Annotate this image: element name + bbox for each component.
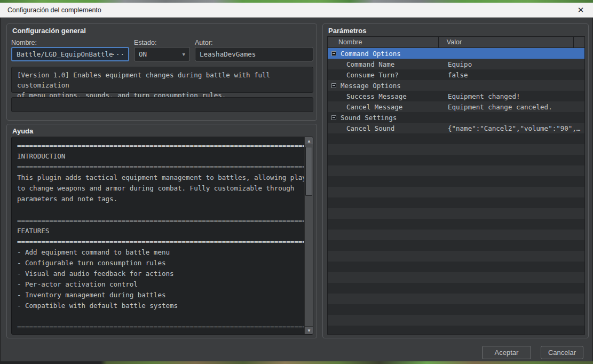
parameter-name: Message Options [341, 82, 401, 90]
author-field[interactable]: LeashaDevGames [195, 47, 313, 61]
empty-row [328, 176, 584, 187]
dialog-body: Configuración general Nombre: Estado: Au… [0, 18, 593, 361]
parameters-table: Nombre Valor Command OptionsCommand Name… [327, 36, 585, 335]
chevron-down-icon: ▼ [183, 48, 185, 61]
parameter-name-cell: Sound Settings [328, 114, 440, 122]
empty-row [328, 240, 584, 251]
empty-row [328, 326, 584, 335]
parameter-name-cell: Consume Turn? [328, 71, 440, 79]
parameter-row[interactable]: Message Options [328, 80, 584, 91]
empty-row [328, 133, 584, 144]
help-group: Ayuda ==================================… [6, 124, 317, 338]
scroll-up-icon[interactable]: ▲ [305, 137, 313, 145]
empty-row [328, 208, 584, 219]
collapse-icon[interactable] [331, 115, 336, 120]
parameters-group: Parámetros Nombre Valor Command OptionsC… [322, 23, 589, 338]
parameter-value: Equipment change canceled. [440, 103, 584, 111]
help-textarea[interactable]: ========================================… [11, 137, 313, 335]
parameter-value: Equipment changed! [440, 92, 584, 100]
parameter-row[interactable]: Cancel Sound{"name":"Cancel2","volume":"… [328, 123, 584, 133]
parameters-table-body: Command OptionsCommand NameEquipoConsume… [328, 48, 584, 335]
close-icon[interactable]: ✕ [574, 4, 588, 17]
author-value: LeashaDevGames [200, 50, 256, 58]
parameter-row[interactable]: Command NameEquipo [328, 59, 584, 69]
parameter-name: Consume Turn? [346, 71, 399, 79]
parameter-name-cell: Command Name [328, 60, 440, 68]
parameter-name-cell: Cancel Message [328, 103, 440, 111]
column-header-name[interactable]: Nombre [328, 37, 439, 48]
parameters-title: Parámetros [328, 27, 367, 35]
plugin-name-field[interactable]: Battle/LGD_EquipOnBattle ··· [11, 47, 129, 61]
browse-button[interactable]: ··· [111, 48, 125, 60]
column-header-value[interactable]: Valor [439, 37, 574, 48]
empty-row [328, 294, 584, 304]
cancel-button[interactable]: Cancelar [541, 346, 583, 359]
status-dropdown[interactable]: ON ▼ [134, 47, 190, 61]
dialog-titlebar: Configuración del complemento ✕ [0, 3, 593, 18]
parameter-row[interactable]: Success MessageEquipment changed! [328, 91, 584, 101]
status-label: Estado: [134, 39, 156, 46]
dialog-title: Configuración del complemento [7, 6, 101, 14]
parameter-name-cell: Command Options [328, 50, 440, 58]
empty-row [328, 304, 584, 315]
parameter-name: Command Options [341, 50, 401, 58]
accept-button[interactable]: Aceptar [482, 346, 531, 359]
collapse-icon[interactable] [331, 51, 336, 56]
empty-row [328, 219, 584, 230]
empty-row [328, 187, 584, 197]
help-scrollbar[interactable]: ▲ ▼ [304, 137, 313, 334]
empty-row [328, 262, 584, 272]
help-title: Ayuda [12, 127, 33, 135]
parameter-name: Sound Settings [341, 114, 397, 122]
empty-row [328, 197, 584, 208]
parameter-value: Equipo [440, 60, 584, 68]
parameter-row[interactable]: Consume Turn?false [328, 69, 584, 80]
parameters-table-header: Nombre Valor [328, 37, 584, 48]
parameter-value: false [440, 71, 584, 79]
help-text: ========================================… [12, 137, 305, 334]
empty-info-box [11, 97, 313, 112]
parameter-name: Cancel Message [346, 103, 402, 111]
empty-row [328, 283, 584, 294]
parameter-row[interactable]: Cancel MessageEquipment change canceled. [328, 101, 584, 112]
game-background-bottom [0, 361, 593, 364]
plugin-description: [Version 1.0] Enables equipment changes … [11, 67, 313, 93]
empty-row [328, 230, 584, 240]
name-label: Nombre: [11, 39, 37, 46]
general-settings-group: Configuración general Nombre: Estado: Au… [6, 23, 317, 121]
empty-row [328, 165, 584, 176]
general-settings-title: Configuración general [12, 27, 86, 35]
column-header-gutter [574, 37, 584, 48]
parameter-name: Command Name [346, 60, 394, 68]
empty-row [328, 315, 584, 326]
parameter-name: Success Message [346, 92, 407, 100]
plugin-name-value: Battle/LGD_EquipOnBattle [17, 50, 113, 58]
parameter-name-cell: Message Options [328, 82, 440, 90]
scrollbar-thumb[interactable] [305, 147, 312, 196]
parameter-name: Cancel Sound [346, 124, 394, 132]
empty-row [328, 251, 584, 262]
collapse-icon[interactable] [331, 83, 336, 88]
status-value: ON [139, 50, 147, 58]
empty-row [328, 155, 584, 165]
scroll-down-icon[interactable]: ▼ [305, 326, 313, 334]
parameter-name-cell: Cancel Sound [328, 124, 440, 132]
empty-row [328, 272, 584, 283]
parameter-row[interactable]: Sound Settings [328, 112, 584, 123]
parameter-value: {"name":"Cancel2","volume":"90",… [440, 124, 584, 132]
empty-row [328, 144, 584, 155]
screen: Configuración del complemento ✕ Configur… [0, 0, 593, 364]
author-label: Autor: [195, 39, 212, 46]
parameter-row[interactable]: Command Options [328, 48, 584, 59]
parameter-name-cell: Success Message [328, 92, 440, 100]
